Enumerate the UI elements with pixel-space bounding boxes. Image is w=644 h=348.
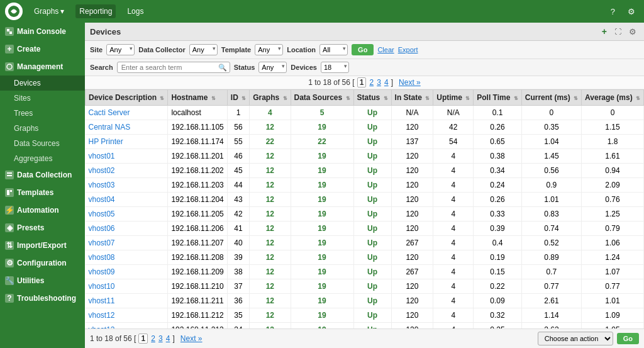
device-description-cell[interactable]: vhost02 xyxy=(86,164,168,178)
data-sources-cell[interactable]: 19 xyxy=(291,236,353,250)
go-button[interactable]: Go xyxy=(352,44,374,55)
search-input[interactable] xyxy=(117,62,230,73)
page-link-3-top[interactable]: 3 xyxy=(377,78,381,87)
nav-reporting[interactable]: Reporting xyxy=(75,4,116,18)
data-sources-cell[interactable]: 5 xyxy=(291,106,353,120)
sidebar-item-data-collection[interactable]: Data Collection xyxy=(0,166,85,184)
sidebar-item-automation[interactable]: ⚡ Automation xyxy=(0,201,85,219)
graphs-cell[interactable]: 12 xyxy=(250,250,291,265)
sidebar-item-data-sources[interactable]: Data Sources xyxy=(0,136,85,151)
device-description-cell[interactable]: vhost08 xyxy=(86,250,168,265)
device-description-cell[interactable]: Cacti Server xyxy=(86,106,168,120)
sidebar-item-troubleshooting[interactable]: ? Troubleshooting xyxy=(0,289,85,307)
sidebar-item-devices[interactable]: Devices xyxy=(0,76,85,91)
graphs-cell[interactable]: 12 xyxy=(250,308,291,323)
device-description-cell[interactable]: vhost12 xyxy=(86,308,168,323)
data-sources-cell[interactable]: 19 xyxy=(291,164,353,178)
sidebar-item-trees[interactable]: Trees xyxy=(0,106,85,121)
data-sources-cell[interactable]: 19 xyxy=(291,178,353,193)
nav-graphs[interactable]: Graphs ▾ xyxy=(30,4,68,18)
col-data-sources[interactable]: Data Sources ⇅ xyxy=(291,90,353,106)
page-link-4-top[interactable]: 4 xyxy=(384,78,389,87)
col-description[interactable]: Device Description ⇅ xyxy=(86,90,168,106)
graphs-cell[interactable]: 12 xyxy=(250,323,291,329)
device-description-cell[interactable]: vhost13 xyxy=(86,323,168,329)
device-description-cell[interactable]: Central NAS xyxy=(86,120,168,135)
sidebar-item-templates[interactable]: Templates xyxy=(0,184,85,201)
graphs-cell[interactable]: 12 xyxy=(250,193,291,207)
devices-per-page-select[interactable]: 18 30 50 xyxy=(321,62,349,73)
graphs-cell[interactable]: 12 xyxy=(250,236,291,250)
graphs-cell[interactable]: 12 xyxy=(250,294,291,308)
device-description-cell[interactable]: HP Printer xyxy=(86,135,168,149)
graphs-cell[interactable]: 12 xyxy=(250,149,291,164)
device-description-cell[interactable]: vhost03 xyxy=(86,178,168,193)
add-device-button[interactable]: + xyxy=(599,25,609,38)
graphs-cell[interactable]: 22 xyxy=(250,135,291,149)
col-poll-time[interactable]: Poll Time ⇅ xyxy=(474,90,521,106)
data-sources-cell[interactable]: 22 xyxy=(291,135,353,149)
col-current-ms[interactable]: Current (ms) ⇅ xyxy=(521,90,581,106)
device-description-cell[interactable]: vhost10 xyxy=(86,279,168,294)
next-link-bottom[interactable]: Next » xyxy=(180,334,203,343)
device-description-cell[interactable]: vhost06 xyxy=(86,222,168,236)
sidebar-item-sites[interactable]: Sites xyxy=(0,91,85,106)
graphs-cell[interactable]: 12 xyxy=(250,279,291,294)
export-button[interactable]: Export xyxy=(398,46,418,53)
sidebar-item-main-console[interactable]: Main Console xyxy=(0,23,85,40)
next-link-top[interactable]: Next » xyxy=(399,78,421,87)
data-sources-cell[interactable]: 19 xyxy=(291,120,353,135)
action-go-button[interactable]: Go xyxy=(617,333,639,344)
page-link-1-top[interactable]: 1 xyxy=(357,77,367,87)
graphs-cell[interactable]: 4 xyxy=(250,106,291,120)
data-sources-cell[interactable]: 19 xyxy=(291,222,353,236)
device-description-cell[interactable]: vhost07 xyxy=(86,236,168,250)
fullscreen-button[interactable]: ⛶ xyxy=(612,25,624,38)
page-link-2-top[interactable]: 2 xyxy=(369,78,374,87)
page-link-2-bottom[interactable]: 2 xyxy=(151,334,155,343)
sidebar-item-create[interactable]: + Create xyxy=(0,40,85,58)
sidebar-item-import-export[interactable]: ⇅ Import/Export xyxy=(0,237,85,254)
col-uptime[interactable]: Uptime ⇅ xyxy=(433,90,474,106)
graphs-cell[interactable]: 12 xyxy=(250,265,291,279)
device-description-cell[interactable]: vhost09 xyxy=(86,265,168,279)
data-sources-cell[interactable]: 19 xyxy=(291,250,353,265)
location-select[interactable]: All xyxy=(319,44,348,55)
settings-button[interactable]: ⚙ xyxy=(626,25,639,38)
data-sources-cell[interactable]: 19 xyxy=(291,294,353,308)
sidebar-item-management[interactable]: Management xyxy=(0,58,85,76)
sidebar-item-configuration[interactable]: ⚙ Configuration xyxy=(0,254,85,272)
sidebar-item-graphs[interactable]: Graphs xyxy=(0,121,85,136)
col-average-ms[interactable]: Average (ms) ⇅ xyxy=(582,90,644,106)
page-link-3-bottom[interactable]: 3 xyxy=(158,334,163,343)
col-in-state[interactable]: In State ⇅ xyxy=(391,90,433,106)
col-id[interactable]: ID ⇅ xyxy=(227,90,249,106)
data-sources-cell[interactable]: 19 xyxy=(291,207,353,222)
sidebar-item-aggregates[interactable]: Aggregates xyxy=(0,151,85,166)
graphs-cell[interactable]: 12 xyxy=(250,178,291,193)
data-sources-cell[interactable]: 19 xyxy=(291,279,353,294)
sidebar-item-utilities[interactable]: 🔧 Utilities xyxy=(0,272,85,289)
template-select[interactable]: Any xyxy=(255,44,283,55)
action-select[interactable]: Choose an action xyxy=(538,332,613,345)
data-sources-cell[interactable]: 19 xyxy=(291,323,353,329)
help-icon[interactable]: ? xyxy=(607,4,619,19)
device-description-cell[interactable]: vhost05 xyxy=(86,207,168,222)
clear-button[interactable]: Clear xyxy=(377,46,394,53)
graphs-cell[interactable]: 12 xyxy=(250,222,291,236)
nav-logs[interactable]: Logs xyxy=(123,4,147,18)
page-link-4-bottom[interactable]: 4 xyxy=(166,334,170,343)
site-select[interactable]: Any xyxy=(106,44,135,55)
page-link-1-bottom[interactable]: 1 xyxy=(138,334,148,344)
graphs-cell[interactable]: 12 xyxy=(250,207,291,222)
device-description-cell[interactable]: vhost11 xyxy=(86,294,168,308)
col-hostname[interactable]: Hostname ⇅ xyxy=(168,90,227,106)
data-sources-cell[interactable]: 19 xyxy=(291,308,353,323)
col-graphs[interactable]: Graphs ⇅ xyxy=(250,90,291,106)
data-collector-select[interactable]: Any xyxy=(189,44,218,55)
device-description-cell[interactable]: vhost01 xyxy=(86,149,168,164)
data-sources-cell[interactable]: 19 xyxy=(291,193,353,207)
data-sources-cell[interactable]: 19 xyxy=(291,265,353,279)
graphs-cell[interactable]: 12 xyxy=(250,120,291,135)
settings-icon[interactable]: ⚙ xyxy=(624,4,639,19)
